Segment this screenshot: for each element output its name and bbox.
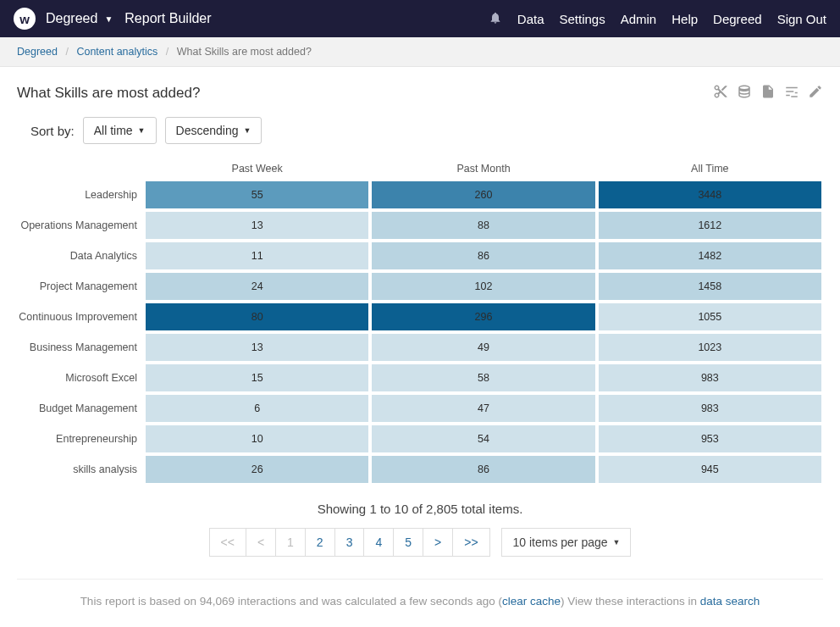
pagination-area: Showing 1 to 10 of 2,805 total items. <<… — [0, 485, 840, 567]
pager-page-3[interactable]: 3 — [334, 528, 365, 557]
breadcrumb-current: What Skills are most added? — [177, 46, 312, 58]
heatmap-cell[interactable]: 54 — [370, 424, 596, 454]
heatmap-cell[interactable]: 49 — [370, 332, 596, 363]
breadcrumb-section[interactable]: Content analytics — [76, 46, 158, 58]
heatmap-cell[interactable]: 86 — [370, 241, 596, 271]
heatmap-cell[interactable]: 945 — [597, 454, 823, 485]
page-title: What Skills are most added? — [17, 85, 200, 102]
pager-page-5[interactable]: 5 — [393, 528, 423, 557]
heatmap-cell[interactable]: 260 — [370, 180, 596, 210]
heatmap-cell[interactable]: 10 — [144, 424, 370, 454]
heatmap-cell[interactable]: 88 — [370, 210, 596, 241]
items-per-page-select[interactable]: 10 items per page ▼ — [501, 528, 631, 557]
sort-direction-select[interactable]: Descending ▼ — [165, 117, 262, 144]
document-icon[interactable] — [760, 84, 776, 102]
heatmap-cell[interactable]: 1458 — [597, 271, 823, 302]
row-label: Business Management — [17, 332, 144, 363]
row-label: skills analysis — [17, 454, 144, 485]
column-header: Past Month — [370, 158, 596, 180]
heatmap-cell[interactable]: 13 — [144, 332, 370, 363]
top-nav: w Degreed ▼ Report Builder Data Settings… — [0, 0, 840, 37]
showing-text: Showing 1 to 10 of 2,805 total items. — [0, 502, 840, 516]
sort-range-select[interactable]: All time ▼ — [83, 117, 157, 144]
row-label: Leadership — [17, 180, 144, 210]
pager-next[interactable]: > — [423, 528, 453, 557]
heatmap-cell[interactable]: 15 — [144, 363, 370, 393]
items-per-page-value: 10 items per page — [512, 535, 607, 549]
notification-bell-icon[interactable] — [489, 11, 502, 27]
settings-sliders-icon[interactable] — [784, 84, 799, 102]
heatmap-cell[interactable]: 13 — [144, 210, 370, 241]
pager: <<<12345>>> — [209, 528, 490, 557]
heatmap-cell[interactable]: 1612 — [597, 210, 823, 241]
brand-logo[interactable]: w — [14, 8, 36, 30]
nav-link-help[interactable]: Help — [671, 12, 698, 26]
pager-page-4[interactable]: 4 — [363, 528, 394, 557]
pager-first: << — [209, 528, 246, 557]
heatmap-cell[interactable]: 86 — [370, 454, 596, 485]
heatmap-cell[interactable]: 26 — [144, 454, 370, 485]
heatmap-cell[interactable]: 1482 — [597, 241, 823, 271]
brand-menu-caret-icon[interactable]: ▼ — [104, 14, 113, 24]
heatmap-cell[interactable]: 983 — [597, 393, 823, 424]
heatmap-cell[interactable]: 983 — [597, 363, 823, 393]
top-nav-right: Data Settings Admin Help Degreed Sign Ou… — [489, 11, 826, 27]
row-label: Entrepreneurship — [17, 424, 144, 454]
nav-link-signout[interactable]: Sign Out — [777, 12, 826, 26]
caret-down-icon: ▼ — [613, 538, 621, 547]
row-label: Continuous Improvement — [17, 302, 144, 332]
heatmap-cell[interactable]: 6 — [144, 393, 370, 424]
page-header: What Skills are most added? — [0, 67, 840, 110]
row-label: Budget Management — [17, 393, 144, 424]
pager-page-1: 1 — [275, 528, 306, 557]
heatmap-cell[interactable]: 24 — [144, 271, 370, 302]
heatmap-cell[interactable]: 953 — [597, 424, 823, 454]
heatmap-cell[interactable]: 80 — [144, 302, 370, 332]
data-search-link[interactable]: data search — [700, 595, 760, 608]
pencil-icon[interactable] — [808, 84, 823, 102]
row-label: Operations Management — [17, 210, 144, 241]
breadcrumb: Degreed / Content analytics / What Skill… — [0, 37, 840, 67]
heatmap-cell[interactable]: 1023 — [597, 332, 823, 363]
column-header: All Time — [597, 158, 823, 180]
sort-range-value: All time — [94, 124, 133, 137]
scissors-icon[interactable] — [713, 84, 728, 102]
brand-name[interactable]: Degreed — [46, 11, 97, 26]
breadcrumb-root[interactable]: Degreed — [17, 46, 58, 58]
pager-page-2[interactable]: 2 — [305, 528, 335, 557]
footer-text-pre: This report is based on 94,069 interacti… — [80, 595, 502, 608]
report-footer: This report is based on 94,069 interacti… — [0, 580, 840, 621]
sort-direction-value: Descending — [176, 124, 239, 137]
footer-text-mid: ) View these interactions in — [561, 595, 700, 608]
heatmap-cell[interactable]: 102 — [370, 271, 596, 302]
row-label: Data Analytics — [17, 241, 144, 271]
clear-cache-link[interactable]: clear cache — [502, 595, 561, 608]
database-icon[interactable] — [737, 84, 752, 102]
heatmap-cell[interactable]: 47 — [370, 393, 596, 424]
nav-link-data[interactable]: Data — [517, 12, 544, 26]
heatmap-table: Past WeekPast MonthAll TimeLeadership552… — [0, 158, 840, 485]
caret-down-icon: ▼ — [138, 126, 146, 135]
breadcrumb-sep: / — [166, 46, 169, 58]
heatmap-cell[interactable]: 3448 — [597, 180, 823, 210]
sort-controls: Sort by: All time ▼ Descending ▼ — [0, 110, 840, 158]
caret-down-icon: ▼ — [243, 126, 251, 135]
breadcrumb-sep: / — [65, 46, 68, 58]
row-label: Microsoft Excel — [17, 363, 144, 393]
row-label: Project Management — [17, 271, 144, 302]
pager-prev: < — [246, 528, 276, 557]
heatmap-cell[interactable]: 1055 — [597, 302, 823, 332]
sort-label: Sort by: — [30, 124, 75, 138]
page-tools — [713, 84, 823, 102]
colhead-blank — [17, 158, 144, 180]
nav-link-admin[interactable]: Admin — [621, 12, 657, 26]
column-header: Past Week — [144, 158, 370, 180]
app-title: Report Builder — [124, 11, 211, 26]
heatmap-cell[interactable]: 55 — [144, 180, 370, 210]
nav-link-degreed[interactable]: Degreed — [713, 12, 762, 26]
heatmap-cell[interactable]: 58 — [370, 363, 596, 393]
nav-link-settings[interactable]: Settings — [559, 12, 605, 26]
heatmap-cell[interactable]: 296 — [370, 302, 596, 332]
pager-last[interactable]: >> — [452, 528, 489, 557]
heatmap-cell[interactable]: 11 — [144, 241, 370, 271]
